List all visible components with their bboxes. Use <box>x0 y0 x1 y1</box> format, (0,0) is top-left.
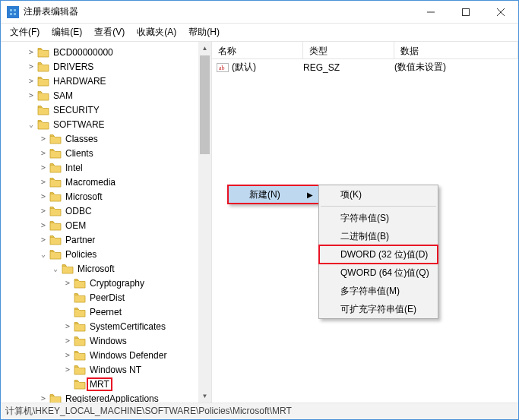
expand-closed-icon[interactable]: > <box>39 394 48 403</box>
tree-item-label: Peernet <box>88 307 123 317</box>
tree-item[interactable]: >Windows Defender <box>1 348 211 362</box>
scroll-up-arrow-icon[interactable]: ▲ <box>198 42 211 55</box>
expand-closed-icon[interactable]: > <box>39 163 48 172</box>
expand-closed-icon[interactable]: > <box>39 192 48 201</box>
tree-item-label: OEM <box>64 220 87 231</box>
tree-item[interactable]: >HARDWARE <box>1 74 211 88</box>
tree-item-label: SOFTWARE <box>52 119 106 130</box>
expand-closed-icon[interactable]: > <box>27 91 36 100</box>
context-item-label: 多字符串值(M) <box>340 285 400 298</box>
tree-scrollbar[interactable]: ▲ ▼ <box>198 42 211 403</box>
folder-icon <box>74 379 86 390</box>
context-item[interactable]: 多字符串值(M) <box>319 282 438 300</box>
tree-item[interactable]: >Windows NT <box>1 362 211 377</box>
context-item[interactable]: 二进制值(B) <box>319 227 438 245</box>
tree-item[interactable]: >OEM <box>1 218 211 232</box>
context-new[interactable]: 新建(N) ▶ <box>228 185 319 204</box>
tree-item[interactable]: >Windows <box>1 333 211 348</box>
tree-item-label: SECURITY <box>52 105 101 115</box>
expand-closed-icon[interactable]: > <box>63 365 72 374</box>
header-data[interactable]: 数据 <box>394 42 518 58</box>
menu-favorites[interactable]: 收藏夹(A) <box>131 24 182 41</box>
folder-icon <box>49 393 62 403</box>
tree-item[interactable]: ⌄Policies <box>1 247 211 261</box>
expand-closed-icon[interactable]: > <box>63 279 72 288</box>
tree-item[interactable]: >SAM <box>1 88 211 103</box>
string-value-icon: ab <box>217 62 229 74</box>
menu-file[interactable]: 文件(F) <box>4 24 46 41</box>
folder-icon <box>74 278 86 289</box>
menu-view[interactable]: 查看(V) <box>88 24 131 41</box>
folder-icon <box>49 191 62 202</box>
expand-closed-icon[interactable]: > <box>39 235 48 245</box>
menu-edit[interactable]: 编辑(E) <box>46 24 88 41</box>
context-item[interactable]: 字符串值(S) <box>319 209 438 227</box>
context-new-label: 新建(N) <box>249 188 280 201</box>
tree-item[interactable]: >DRIVERS <box>1 59 211 74</box>
expand-closed-icon[interactable]: > <box>63 351 72 360</box>
tree-item[interactable]: >Clients <box>1 146 211 160</box>
tree-item-label: MRT <box>88 379 111 390</box>
folder-icon <box>37 76 49 87</box>
tree-item[interactable]: PeerDist <box>1 290 211 305</box>
folder-icon <box>74 321 86 332</box>
tree-item-label: Classes <box>64 134 100 144</box>
expand-closed-icon[interactable]: > <box>63 336 72 346</box>
value-data: (数值未设置) <box>394 61 518 74</box>
tree-item[interactable]: Peernet <box>1 305 211 319</box>
tree-item[interactable]: SECURITY <box>1 103 211 117</box>
context-item[interactable]: QWORD (64 位)值(Q) <box>319 264 438 282</box>
tree-item[interactable]: MRT <box>1 377 211 391</box>
tree-item-label: Cryptography <box>88 278 146 289</box>
tree-item[interactable]: >SystemCertificates <box>1 319 211 333</box>
tree-item[interactable]: >Partner <box>1 232 211 247</box>
expand-closed-icon[interactable]: > <box>39 134 48 144</box>
expand-open-icon[interactable]: ⌄ <box>27 120 36 129</box>
expand-closed-icon[interactable]: > <box>39 178 48 187</box>
scroll-down-arrow-icon[interactable]: ▼ <box>198 390 211 403</box>
tree-item[interactable]: ⌄SOFTWARE <box>1 117 211 131</box>
context-item[interactable]: DWORD (32 位)值(D) <box>319 245 438 264</box>
tree-item[interactable]: >Macromedia <box>1 175 211 189</box>
tree-item-label: Windows Defender <box>88 350 168 361</box>
context-item-label: 可扩充字符串值(E) <box>340 303 416 316</box>
app-icon <box>7 6 19 18</box>
context-submenu-new: 项(K)字符串值(S)二进制值(B)DWORD (32 位)值(D)QWORD … <box>318 185 438 319</box>
context-item-label: QWORD (64 位)值(Q) <box>340 267 429 279</box>
expand-closed-icon[interactable]: > <box>27 77 36 86</box>
context-item[interactable]: 项(K) <box>319 185 438 204</box>
tree-item-label: Partner <box>64 235 97 245</box>
tree-item[interactable]: >Microsoft <box>1 189 211 204</box>
value-row[interactable]: ab(默认)REG_SZ(数值未设置) <box>212 59 518 75</box>
tree-item-label: RegisteredApplications <box>64 393 160 403</box>
header-type[interactable]: 类型 <box>303 42 394 58</box>
expand-closed-icon[interactable]: > <box>27 48 36 57</box>
tree-item[interactable]: >BCD00000000 <box>1 45 211 59</box>
folder-icon <box>49 220 62 231</box>
registry-editor-window: 注册表编辑器 文件(F) 编辑(E) 查看(V) 收藏夹(A) 帮助(H) >B… <box>0 0 519 420</box>
tree-item[interactable]: >Intel <box>1 160 211 175</box>
header-name[interactable]: 名称 <box>212 42 303 58</box>
close-button[interactable] <box>483 1 518 24</box>
expand-closed-icon[interactable]: > <box>63 322 72 331</box>
tree-item-label: ODBC <box>64 206 93 216</box>
expand-open-icon[interactable]: ⌄ <box>39 250 48 259</box>
tree-item[interactable]: >RegisteredApplications <box>1 391 211 403</box>
expand-closed-icon[interactable]: > <box>39 207 48 216</box>
minimize-button[interactable] <box>413 1 448 24</box>
expand-closed-icon[interactable]: > <box>39 221 48 230</box>
expand-closed-icon[interactable]: > <box>39 149 48 158</box>
tree-item[interactable]: >Classes <box>1 131 211 146</box>
tree-item[interactable]: >ODBC <box>1 204 211 218</box>
registry-tree[interactable]: >BCD00000000>DRIVERS>HARDWARE>SAMSECURIT… <box>1 42 211 403</box>
context-item[interactable]: 可扩充字符串值(E) <box>319 300 438 318</box>
tree-item[interactable]: >Cryptography <box>1 276 211 290</box>
menu-help[interactable]: 帮助(H) <box>182 24 226 41</box>
folder-icon <box>74 307 86 317</box>
tree-item[interactable]: ⌄Microsoft <box>1 261 211 276</box>
maximize-button[interactable] <box>448 1 483 24</box>
value-list[interactable]: ab(默认)REG_SZ(数值未设置) <box>212 59 518 75</box>
scroll-thumb[interactable] <box>200 55 210 154</box>
expand-closed-icon[interactable]: > <box>27 62 36 71</box>
expand-open-icon[interactable]: ⌄ <box>51 264 60 273</box>
